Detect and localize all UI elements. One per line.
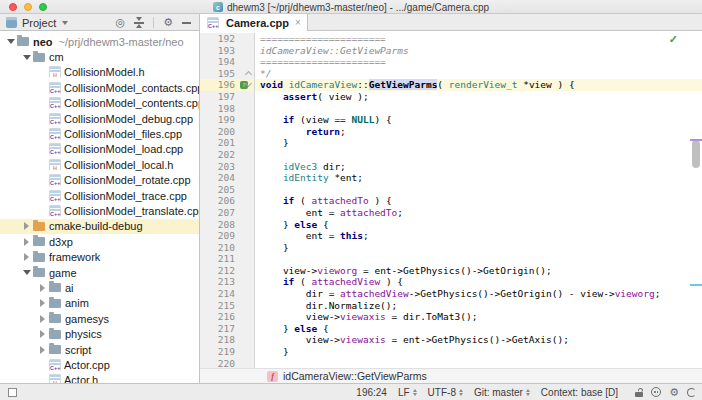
- code-line-199[interactable]: 199 if (view == NULL) {: [200, 114, 702, 126]
- line-number[interactable]: 192: [200, 33, 238, 45]
- tree-item-collisionmodel-trace-cpp[interactable]: C++CollisionModel_trace.cpp: [0, 188, 199, 203]
- code-line-212[interactable]: 212 view->vieworg = ent->GetPhysics()->G…: [200, 265, 702, 277]
- line-number[interactable]: 195: [200, 68, 238, 80]
- code-line-206[interactable]: 206 if ( attachedTo ) {: [200, 195, 702, 207]
- unlock-icon[interactable]: [635, 388, 643, 397]
- code-line-193[interactable]: 193idCameraView::GetViewParms: [200, 45, 702, 57]
- tree-chevron-icon[interactable]: [37, 346, 48, 354]
- code-line-208[interactable]: 208 } else {: [200, 219, 702, 231]
- line-number[interactable]: 209: [200, 230, 238, 242]
- line-number[interactable]: 204: [200, 172, 238, 184]
- tree-item-collisionmodel-contents-cpp[interactable]: C++CollisionModel_contents.cpp: [0, 96, 199, 111]
- line-number[interactable]: 218: [200, 334, 238, 346]
- code-line-216[interactable]: 216 view->viewaxis = dir.ToMat3();: [200, 311, 702, 323]
- encoding-widget[interactable]: UTF-8: [428, 387, 463, 398]
- toolwindow-toggle-icon[interactable]: [8, 388, 17, 397]
- line-number[interactable]: 203: [200, 161, 238, 173]
- code-line-211[interactable]: 211: [200, 253, 702, 265]
- tree-item-collisionmodel-local-h[interactable]: HCollisionModel_local.h: [0, 157, 199, 172]
- tree-chevron-icon[interactable]: [5, 39, 16, 44]
- line-number[interactable]: 210: [200, 242, 238, 254]
- code-line-198[interactable]: 198: [200, 103, 702, 115]
- code-line-215[interactable]: 215 dir.Normalize();: [200, 300, 702, 312]
- tree-chevron-icon[interactable]: [21, 55, 32, 60]
- line-number[interactable]: 208: [200, 219, 238, 231]
- line-number[interactable]: 215: [200, 300, 238, 312]
- code-line-205[interactable]: 205: [200, 184, 702, 196]
- tree-chevron-icon[interactable]: [21, 238, 32, 246]
- line-number[interactable]: 196: [200, 79, 238, 91]
- hide-panel-icon[interactable]: [182, 22, 191, 24]
- line-number[interactable]: 205: [200, 184, 238, 196]
- tree-item-cmake-build-debug[interactable]: cmake-build-debug: [0, 219, 199, 234]
- tree-item-collisionmodel-contacts-cpp[interactable]: C++CollisionModel_contacts.cpp: [0, 80, 199, 95]
- code-line-219[interactable]: 219 }: [200, 346, 702, 358]
- code-line-200[interactable]: 200 return;: [200, 126, 702, 138]
- inspections-ok-icon[interactable]: ✓: [669, 33, 678, 46]
- code-line-204[interactable]: 204 idEntity *ent;: [200, 172, 702, 184]
- context-widget[interactable]: Context: base [D]: [541, 387, 618, 398]
- code-line-195[interactable]: 195*/: [200, 68, 702, 80]
- tree-item-collisionmodel-debug-cpp[interactable]: C++CollisionModel_debug.cpp: [0, 111, 199, 126]
- tree-item-collisionmodel-rotate-cpp[interactable]: C++CollisionModel_rotate.cpp: [0, 173, 199, 188]
- tree-item-actor-cpp[interactable]: C++Actor.cpp: [0, 357, 199, 372]
- tree-chevron-icon[interactable]: [21, 253, 32, 261]
- tree-chevron-icon[interactable]: [21, 222, 32, 230]
- code-line-217[interactable]: 217 } else {: [200, 323, 702, 335]
- fold-marker-icon[interactable]: [245, 71, 252, 78]
- tree-chevron-icon[interactable]: [37, 330, 48, 338]
- line-number[interactable]: 220: [200, 358, 238, 368]
- tree-item-collisionmodel-translate-cpp[interactable]: C++CollisionModel_translate.cpp: [0, 203, 199, 218]
- code-line-192[interactable]: 192======================: [200, 33, 702, 45]
- locate-file-icon[interactable]: ◎: [116, 17, 126, 28]
- chevron-down-icon[interactable]: [62, 21, 68, 25]
- line-number[interactable]: 213: [200, 276, 238, 288]
- line-number[interactable]: 200: [200, 126, 238, 138]
- close-tab-icon[interactable]: ×: [295, 17, 301, 28]
- code-line-196[interactable]: 196↑void idCameraView::GetViewParms( ren…: [200, 79, 702, 91]
- code-line-201[interactable]: 201 }: [200, 137, 702, 149]
- line-number[interactable]: 217: [200, 323, 238, 335]
- code-line-202[interactable]: 202: [200, 149, 702, 161]
- hector-inspector-icon[interactable]: [651, 387, 661, 397]
- code-line-210[interactable]: 210 }: [200, 242, 702, 254]
- tree-item-physics[interactable]: physics: [0, 326, 199, 341]
- code-line-213[interactable]: 213 if ( attachedView ) {: [200, 276, 702, 288]
- line-ending-widget[interactable]: LF: [398, 387, 417, 398]
- line-number[interactable]: 194: [200, 56, 238, 68]
- tree-chevron-icon[interactable]: [37, 315, 48, 323]
- code-line-194[interactable]: 194======================: [200, 56, 702, 68]
- line-number[interactable]: 207: [200, 207, 238, 219]
- line-number[interactable]: 201: [200, 137, 238, 149]
- line-number[interactable]: 219: [200, 346, 238, 358]
- line-number[interactable]: 211: [200, 253, 238, 265]
- tree-item-collisionmodel-files-cpp[interactable]: C++CollisionModel_files.cpp: [0, 126, 199, 141]
- tree-item-framework[interactable]: framework: [0, 249, 199, 264]
- code-line-209[interactable]: 209 ent = this;: [200, 230, 702, 242]
- tree-item-neo[interactable]: neo~/prj/dhewm3-master/neo: [0, 34, 199, 49]
- line-number[interactable]: 212: [200, 265, 238, 277]
- line-number[interactable]: 199: [200, 114, 238, 126]
- project-panel-title[interactable]: Project: [22, 17, 56, 29]
- gear-icon[interactable]: ⚙: [669, 387, 679, 398]
- tab-camera-cpp[interactable]: C++ Camera.cpp ×: [199, 14, 308, 31]
- tree-item-anim[interactable]: anim: [0, 296, 199, 311]
- code-line-220[interactable]: 220: [200, 358, 702, 368]
- code-line-197[interactable]: 197 assert( view );: [200, 91, 702, 103]
- tree-item-game[interactable]: game: [0, 265, 199, 280]
- line-number[interactable]: 214: [200, 288, 238, 300]
- editor-scrollbar-thumb[interactable]: [692, 140, 700, 168]
- line-number[interactable]: 193: [200, 45, 238, 57]
- tree-item-cm[interactable]: cm: [0, 49, 199, 64]
- line-number[interactable]: 216: [200, 311, 238, 323]
- gear-icon[interactable]: ⚙: [163, 17, 173, 28]
- tree-item-d3xp[interactable]: d3xp: [0, 234, 199, 249]
- tree-item-ai[interactable]: ai: [0, 280, 199, 295]
- collapse-all-icon[interactable]: [134, 17, 144, 28]
- line-number[interactable]: 197: [200, 91, 238, 103]
- line-number[interactable]: 202: [200, 149, 238, 161]
- tree-item-gamesys[interactable]: gamesys: [0, 311, 199, 326]
- tree-chevron-icon[interactable]: [37, 284, 48, 292]
- caret-position[interactable]: 196:24: [356, 387, 387, 398]
- background-tasks-icon[interactable]: [687, 388, 696, 397]
